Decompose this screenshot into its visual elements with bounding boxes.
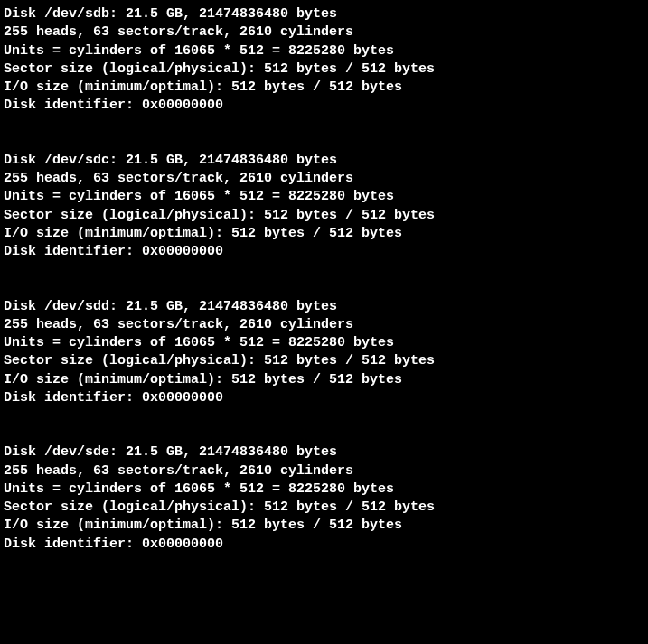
disk-io-size-line: I/O size (minimum/optimal): 512 bytes / … [4,517,644,535]
disk-header-line: Disk /dev/sdc: 21.5 GB, 21474836480 byte… [4,152,644,170]
disk-header-line: Disk /dev/sdb: 21.5 GB, 21474836480 byte… [4,5,644,23]
blank-line [4,279,644,297]
disk-identifier-line: Disk identifier: 0x00000000 [4,243,644,261]
disk-sector-size-line: Sector size (logical/physical): 512 byte… [4,499,644,517]
disk-units-line: Units = cylinders of 16065 * 512 = 82252… [4,42,644,61]
blank-line [4,425,644,443]
disk-header-line: Disk /dev/sde: 21.5 GB, 21474836480 byte… [4,443,644,462]
disk-identifier-line: Disk identifier: 0x00000000 [4,389,644,407]
disk-io-size-line: I/O size (minimum/optimal): 512 bytes / … [4,371,644,389]
disk-info-block: Disk /dev/sde: 21.5 GB, 21474836480 byte… [4,443,644,554]
disk-geometry-line: 255 heads, 63 sectors/track, 2610 cylind… [4,170,644,188]
disk-info-block: Disk /dev/sdc: 21.5 GB, 21474836480 byte… [4,152,644,262]
disk-geometry-line: 255 heads, 63 sectors/track, 2610 cylind… [4,462,644,481]
disk-units-line: Units = cylinders of 16065 * 512 = 82252… [4,334,644,352]
disk-units-line: Units = cylinders of 16065 * 512 = 82252… [4,188,644,206]
disk-identifier-line: Disk identifier: 0x00000000 [4,536,644,554]
disk-geometry-line: 255 heads, 63 sectors/track, 2610 cylind… [4,316,644,334]
terminal-output: Disk /dev/sdb: 21.5 GB, 21474836480 byte… [4,5,644,554]
disk-info-block: Disk /dev/sdb: 21.5 GB, 21474836480 byte… [4,5,644,116]
disk-identifier-line: Disk identifier: 0x00000000 [4,97,644,115]
disk-units-line: Units = cylinders of 16065 * 512 = 82252… [4,481,644,499]
disk-info-block: Disk /dev/sdd: 21.5 GB, 21474836480 byte… [4,298,644,408]
disk-sector-size-line: Sector size (logical/physical): 512 byte… [4,352,644,370]
disk-sector-size-line: Sector size (logical/physical): 512 byte… [4,207,644,225]
disk-io-size-line: I/O size (minimum/optimal): 512 bytes / … [4,79,644,97]
disk-sector-size-line: Sector size (logical/physical): 512 byte… [4,61,644,79]
disk-io-size-line: I/O size (minimum/optimal): 512 bytes / … [4,225,644,243]
disk-header-line: Disk /dev/sdd: 21.5 GB, 21474836480 byte… [4,298,644,316]
disk-geometry-line: 255 heads, 63 sectors/track, 2610 cylind… [4,23,644,42]
blank-line [4,134,644,152]
